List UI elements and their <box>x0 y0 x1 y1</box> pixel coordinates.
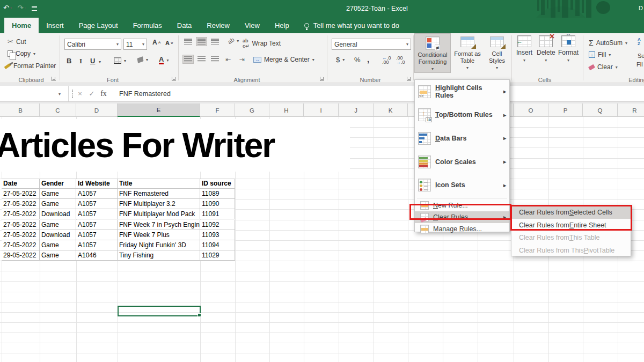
comma-style-button[interactable]: , <box>367 55 369 64</box>
column-header-F[interactable]: F <box>200 104 235 117</box>
italic-button[interactable]: I <box>79 57 82 65</box>
table-cell[interactable]: Game <box>40 199 76 209</box>
insert-cells-button[interactable]: Insert▾ <box>516 35 532 63</box>
column-header-O[interactable]: O <box>514 104 548 117</box>
tab-formulas[interactable]: Formulas <box>126 18 170 33</box>
align-middle-button[interactable] <box>196 38 207 46</box>
clear-button[interactable]: Clear▾ <box>589 63 618 71</box>
name-box[interactable]: ▾ <box>0 86 69 101</box>
tab-help[interactable]: Help <box>267 18 297 33</box>
submenu-item-clear-rules-from-selected-cells[interactable]: Clear Rules from Selected Cells <box>511 206 631 219</box>
autosum-button[interactable]: ΣAutoSum▾ <box>589 39 627 47</box>
table-header-cell[interactable]: Title <box>118 179 200 189</box>
table-cell[interactable]: 11094 <box>200 240 235 250</box>
table-cell[interactable]: A1057 <box>76 209 118 219</box>
table-cell[interactable]: Download <box>40 230 76 240</box>
borders-button[interactable]: ▾ <box>114 57 126 64</box>
table-cell[interactable]: A1057 <box>76 199 118 209</box>
cell-styles-button[interactable]: Cell Styles ▾ <box>484 34 510 72</box>
table-cell[interactable]: 27-05-2022 <box>2 240 40 250</box>
tell-me-box[interactable]: Tell me what you want to do <box>304 18 399 33</box>
table-cell[interactable]: Game <box>40 220 76 230</box>
fill-color-button[interactable]: ▾ <box>137 57 148 62</box>
font-dialog-launcher[interactable] <box>172 77 176 81</box>
column-header-G[interactable]: G <box>235 104 269 117</box>
format-cells-button[interactable]: Format▾ <box>558 35 579 63</box>
grow-font-button[interactable]: A˄ <box>152 39 160 46</box>
align-top-button[interactable] <box>184 39 192 45</box>
column-header-I[interactable]: I <box>304 104 339 117</box>
column-header-D[interactable]: D <box>76 104 118 117</box>
wrap-text-button[interactable]: abc↵Wrap Text <box>243 38 281 49</box>
table-cell[interactable]: 11029 <box>200 250 235 261</box>
bold-button[interactable]: B <box>67 57 71 65</box>
column-header-H[interactable]: H <box>269 104 304 117</box>
delete-cells-button[interactable]: Delete▾ <box>537 35 555 63</box>
orientation-button[interactable]: ab▾ <box>228 38 239 44</box>
menu-item-highlight-cells-rules[interactable]: <>Highlight Cells Rules▸ <box>415 80 509 104</box>
table-cell[interactable]: A1057 <box>76 220 118 230</box>
number-format-select[interactable]: General▾ <box>332 39 411 50</box>
column-header-Q[interactable]: Q <box>583 104 618 117</box>
table-cell[interactable]: A1057 <box>76 240 118 250</box>
align-bottom-button[interactable] <box>211 39 219 45</box>
menu-item-color-scales[interactable]: Color Scales▸ <box>415 150 509 174</box>
column-header-K[interactable]: K <box>374 104 408 117</box>
table-cell[interactable]: Tiny Fishing <box>118 250 200 261</box>
column-header-J[interactable]: J <box>339 104 374 117</box>
redo-button[interactable]: ↷▾ <box>17 4 26 12</box>
menu-item-clear-rules[interactable]: Clear Rules▸ <box>415 211 509 223</box>
table-cell[interactable]: Download <box>40 209 76 219</box>
table-cell[interactable]: 27-05-2022 <box>2 189 40 199</box>
align-right-button[interactable] <box>211 56 219 62</box>
column-header-R[interactable]: R <box>618 104 644 117</box>
menu-item-new-rule-[interactable]: New Rule... <box>415 200 509 211</box>
column-header-E[interactable]: E <box>118 104 200 117</box>
table-cell[interactable]: FNF Week 7 in Psych Engine <box>118 220 200 230</box>
decrease-indent-button[interactable]: ⇤ <box>225 56 231 63</box>
table-header-cell[interactable]: Gender <box>40 179 76 189</box>
column-header-P[interactable]: P <box>548 104 583 117</box>
insert-function-button[interactable]: fx <box>98 90 109 98</box>
increase-decimal-button[interactable]: ←.0.00 <box>382 56 391 64</box>
font-size-select[interactable]: 11▾ <box>123 39 147 50</box>
menu-item-icon-sets[interactable]: Icon Sets▸ <box>415 173 509 197</box>
alignment-dialog-launcher[interactable] <box>320 77 324 81</box>
table-cell[interactable]: 27-05-2022 <box>2 209 40 219</box>
column-header-B[interactable]: B <box>2 104 40 117</box>
customize-qat-icon[interactable] <box>32 6 37 11</box>
table-cell[interactable]: FNF Remastered <box>118 189 200 199</box>
table-cell[interactable]: FNF Multiplayer Mod Pack <box>118 209 200 219</box>
format-as-table-button[interactable]: Format as Table ▾ <box>452 34 483 72</box>
accounting-format-button[interactable]: $▾ <box>336 56 345 64</box>
table-cell[interactable]: Friday Night Funkin' 3D <box>118 240 200 250</box>
table-cell[interactable]: A1046 <box>76 250 118 261</box>
undo-button[interactable]: ↶▾ <box>3 4 12 12</box>
tab-home[interactable]: Home <box>4 18 39 33</box>
font-name-select[interactable]: Calibri▾ <box>64 39 121 50</box>
number-dialog-launcher[interactable] <box>407 77 411 81</box>
underline-button[interactable]: U <box>90 57 95 65</box>
align-left-button[interactable] <box>183 55 193 63</box>
table-cell[interactable]: Game <box>40 189 76 199</box>
table-cell[interactable]: 11090 <box>200 199 235 209</box>
table-cell[interactable]: 11092 <box>200 220 235 230</box>
underline-menu-chevron[interactable]: ▾ <box>99 60 101 64</box>
tab-data[interactable]: Data <box>170 18 199 33</box>
align-center-button[interactable] <box>197 56 206 62</box>
table-header-cell[interactable]: ID source <box>200 179 235 189</box>
merge-center-button[interactable]: ↔Merge & Center▾ <box>253 56 314 63</box>
table-cell[interactable]: A1057 <box>76 230 118 240</box>
format-painter-button[interactable]: Format Painter <box>4 62 56 70</box>
menu-item-manage-rules-[interactable]: Manage Rules... <box>415 223 509 235</box>
copy-button[interactable]: Copy▾ <box>8 50 35 57</box>
table-cell[interactable]: 11091 <box>200 209 235 219</box>
table-cell[interactable]: Game <box>40 250 76 261</box>
sort-filter-icon[interactable]: AZ <box>638 38 641 46</box>
tab-view[interactable]: View <box>237 18 267 33</box>
tab-page-layout[interactable]: Page Layout <box>71 18 126 33</box>
clipboard-dialog-launcher[interactable] <box>52 77 56 81</box>
table-cell[interactable]: 27-05-2022 <box>2 230 40 240</box>
table-cell[interactable]: 11089 <box>200 189 235 199</box>
menu-item-top-bottom-rules[interactable]: ↑10Top/Bottom Rules▸ <box>415 104 509 127</box>
